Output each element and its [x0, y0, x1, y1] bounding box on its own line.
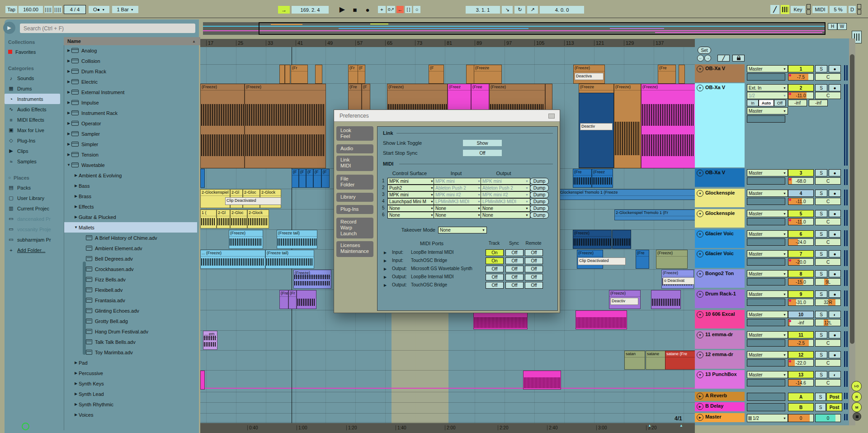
chevron-right-icon[interactable]: ▶ [73, 184, 79, 188]
pan-field[interactable]: C [815, 198, 841, 205]
midi-map-button[interactable]: MIDI [812, 6, 828, 13]
optimize-height-button[interactable]: H [828, 23, 837, 30]
track-name-cell[interactable]: ▼Glacier Voic [695, 229, 745, 248]
track-fold-icon[interactable]: ▼ [697, 291, 703, 298]
scrollbar-thumb[interactable] [850, 54, 854, 344]
track-number-box[interactable]: 12 [788, 351, 814, 358]
sidebar-item-plug-ins[interactable]: ◇Plug-Ins [5, 135, 60, 146]
draw-mode-icon[interactable]: ╱ [717, 55, 730, 62]
track-fold-icon[interactable]: ▼ [697, 332, 703, 338]
clip[interactable]: (Fre [636, 250, 649, 269]
track-fold-icon[interactable]: ▼ [697, 190, 703, 197]
search-input[interactable] [20, 24, 195, 33]
volume-field[interactable]: -22.0 [788, 359, 814, 366]
clip[interactable]: Deactiv [579, 93, 614, 168]
punch-in-icon[interactable]: ↘ [502, 6, 513, 14]
routing-selector[interactable]: 1/2▼ [747, 92, 788, 99]
arm-button[interactable]: ◐ [829, 311, 841, 318]
return-name-cell[interactable]: ▶A Reverb [695, 392, 745, 401]
pan-field[interactable]: C [815, 218, 841, 225]
sync-toggle[interactable]: Off [505, 257, 524, 264]
clip[interactable] [200, 169, 205, 188]
list-item[interactable]: ▼Wavetable [64, 160, 197, 170]
tab-link-midi[interactable]: LinkMIDI [336, 156, 373, 171]
pre-post-toggle[interactable]: Post [826, 393, 842, 401]
peak-level-box[interactable]: -inf [809, 100, 828, 106]
back-to-arrangement-icon[interactable]: ← [396, 6, 404, 13]
chevron-right-icon[interactable]: ▶ [66, 121, 71, 125]
browser-fold-icon[interactable]: ▶ [3, 22, 15, 34]
clip[interactable]: (Fre [658, 65, 676, 84]
chevron-right-icon[interactable]: ▶ [73, 381, 79, 385]
track-name-cell[interactable]: ▼Glockenspie [695, 209, 745, 228]
chevron-right-icon[interactable]: ▶ [66, 132, 71, 136]
control-surface-selector[interactable]: MPK mini▼ [387, 178, 435, 185]
clip[interactable]: (Freeze) [656, 250, 688, 269]
tab-library[interactable]: Library [336, 193, 373, 202]
arm-button[interactable]: ● [829, 210, 841, 217]
pan-field[interactable]: C [815, 359, 841, 366]
clip[interactable]: ... (Freeze) [200, 250, 265, 269]
pan-field[interactable]: C [815, 379, 841, 386]
clip[interactable]: 2-Glock [247, 209, 269, 228]
list-item[interactable]: ▶Pad [64, 357, 197, 368]
monitor-auto-button[interactable]: Auto [759, 100, 774, 106]
tab-file-folder[interactable]: FileFolder [336, 175, 373, 190]
clip[interactable] [576, 310, 627, 329]
sidebar-item-current-projec[interactable]: ▥Current Projec [5, 203, 60, 214]
dump-button[interactable]: Dump [530, 198, 549, 205]
next-locator-icon[interactable]: → [704, 55, 711, 62]
clip[interactable]: ... em [203, 331, 217, 350]
solo-button[interactable]: S [815, 169, 827, 176]
sidebar-item-sounds[interactable]: ♪Sounds [5, 73, 60, 83]
clip[interactable]: (Fr [288, 290, 297, 309]
nudge-up-icon[interactable]: |||| [54, 6, 62, 13]
clip[interactable] [285, 65, 290, 84]
track-name-cell[interactable]: ▼10 606 Excal [695, 310, 745, 328]
stop-clips-button[interactable] [853, 412, 861, 421]
routing-selector[interactable]: Master▼ [747, 371, 788, 378]
list-item[interactable]: ▶Tension [64, 149, 197, 160]
chevron-right-icon[interactable]: ▶ [73, 371, 79, 375]
chevron-right-icon[interactable]: ▶ [66, 90, 71, 94]
chevron-right-icon[interactable]: ▶ [66, 142, 71, 146]
arm-button[interactable]: ● [829, 190, 841, 197]
track-name-cell[interactable]: ▼Bongo2 Ton [695, 269, 745, 288]
track-name-cell[interactable]: ▼OB-Xa V [695, 168, 745, 187]
loop-switch-icon[interactable]: ↻ [514, 6, 525, 14]
tempo-field[interactable]: 160.00 [19, 6, 43, 13]
list-item[interactable]: ▶Sampler [64, 128, 197, 139]
master-volume-field[interactable]: 0 [815, 414, 841, 422]
cue-volume-field[interactable]: 0 [788, 414, 814, 422]
remote-toggle[interactable]: Off [525, 257, 543, 264]
clip[interactable]: satane [646, 351, 665, 370]
list-item[interactable]: ▼Mallets [64, 222, 197, 233]
track-fold-icon[interactable]: ▼ [697, 210, 703, 217]
chevron-right-icon[interactable]: ▶ [66, 69, 71, 73]
track-fold-icon[interactable]: ▼ [697, 170, 703, 176]
chevron-right-icon[interactable]: ▶ [66, 48, 71, 52]
track-number-box[interactable]: 2 [788, 84, 814, 91]
solo-button[interactable]: S [815, 331, 827, 338]
surface-output-selector[interactable]: None▼ [481, 205, 530, 212]
remote-toggle[interactable]: Off [525, 266, 543, 272]
chevron-right-icon[interactable]: ▶ [384, 251, 387, 255]
clip[interactable] [466, 65, 474, 84]
sync-toggle[interactable]: Off [505, 249, 524, 256]
routing-selector[interactable]: Master▼ [747, 270, 788, 277]
clip[interactable]: (F [292, 169, 299, 188]
solo-button[interactable]: S [815, 270, 827, 277]
clip[interactable]: (Freeze)Deactiva [573, 65, 605, 84]
clip[interactable] [279, 65, 285, 84]
volume-field[interactable]: -2.5 [788, 339, 814, 347]
takeover-mode-selector[interactable]: None▼ [438, 227, 487, 233]
chevron-down-icon[interactable]: ▼ [73, 225, 79, 229]
clip[interactable]: (Freeze) [641, 84, 695, 168]
clip[interactable]: (Freeze) [245, 84, 326, 168]
browser-scrollbar[interactable] [83, 262, 86, 355]
list-item[interactable]: ▶Impulse [64, 97, 197, 108]
volume-field[interactable]: -11.0 [788, 92, 814, 99]
control-surface-selector[interactable]: None▼ [387, 205, 435, 212]
show-link-toggle-button[interactable]: Show [463, 140, 502, 146]
io-section-toggle[interactable]: I-O [851, 381, 862, 391]
